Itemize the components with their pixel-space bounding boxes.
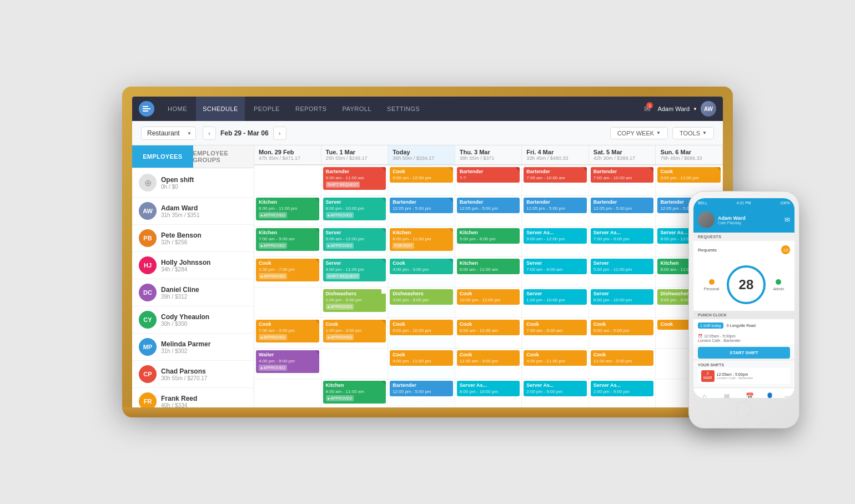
sched-cell[interactable]: Cook 7:00 am - 3:00 pm ● APPROVED — [254, 318, 321, 348]
shift-block[interactable]: Dishwashers 3:00 pm - 9:00 pm — [390, 289, 453, 305]
sched-cell[interactable]: Bartender 12:05 pm - 5:00 pm — [522, 196, 589, 226]
shift-block[interactable]: Server As... 8:00 pm - 10:00 pm — [457, 381, 520, 396]
shift-block[interactable]: Kitchen 5:00 pm - 8:00 pm — [457, 228, 520, 244]
sched-cell[interactable]: Cook 4:00 pm - 11:00 pm — [522, 349, 589, 379]
nav-home[interactable]: HOME — [161, 97, 194, 121]
sched-cell[interactable]: Bartender 12:05 pm - 5:00 pm — [388, 196, 455, 226]
list-item[interactable]: HJ Holly Johnsson34h / $284 — [132, 252, 254, 279]
sched-cell[interactable]: Server As... 8:00 pm - 10:00 pm — [455, 379, 522, 407]
shift-block[interactable]: Cook 1:00 pm - 3:00 pm ● APPROVED — [323, 320, 386, 342]
shift-block[interactable]: Kitchen 6:00 pm - 11:00 pm ● APPROVED — [256, 198, 319, 220]
sched-cell[interactable]: Server 8:00 pm - 10:00 pm ● APPROVED — [321, 196, 389, 226]
user-menu[interactable]: Adam Ward ▼ AW — [657, 101, 716, 117]
shift-block[interactable]: Cook 9:00 pm - 11:00 pm — [657, 167, 721, 183]
sched-cell[interactable]: Bartender 7:00 am - 10:00 am — [522, 165, 589, 195]
shift-block[interactable]: Kitchen 7:00 am - 9:00 am ● APPROVED — [256, 228, 319, 251]
shift-block[interactable]: Bartender 12:05 pm - 5:00 pm — [390, 381, 453, 396]
nav-people[interactable]: PEOPLE — [247, 97, 286, 121]
add-shift-button[interactable]: + — [323, 405, 386, 407]
shift-block[interactable]: Cook 4:00 pm - 3:00 pm — [390, 259, 453, 274]
sched-cell[interactable]: Cook 11:00 am - 3:00 pm — [589, 349, 656, 379]
sched-cell[interactable]: Cook 11:00 am - 3:00 pm — [455, 349, 522, 379]
nav-schedule[interactable]: SCHEDULE — [196, 97, 245, 121]
sched-cell[interactable] — [254, 379, 321, 407]
list-item[interactable]: DC Daniel Cline39h / $312 — [132, 279, 254, 306]
sched-cell[interactable]: Server As... 7:00 pm - 9:00 pm — [589, 226, 656, 256]
shift-block[interactable]: Waiter 4:00 pm - 9:00 pm ● APPROVED — [256, 350, 319, 373]
tab-scheduler[interactable]: 📅 Scheduler — [742, 392, 757, 398]
personal-btn[interactable]: Personal — [704, 279, 720, 291]
tab-overview[interactable]: ⌂ Overview — [697, 392, 711, 398]
shift-block[interactable]: Cook 9:00 am - 5:00 pm — [591, 320, 654, 335]
sched-cell[interactable]: Cook 4:00 pm - 11:00 pm — [388, 349, 455, 379]
tab-people[interactable]: 👤 People — [765, 392, 776, 398]
sched-cell[interactable]: Dishwashers 3:00 pm - 9:00 pm — [388, 288, 455, 317]
shift-block[interactable]: Cook 4:00 pm - 11:00 pm — [390, 350, 453, 366]
sched-cell[interactable]: Kitchen 8:00 pm - 11:00 pm FOR EDIT — [388, 226, 455, 256]
sched-cell[interactable]: Server As... 2:00 pm - 9:00 pm — [589, 379, 656, 407]
shift-block[interactable]: Server As... 2:00 pm - 9:00 pm — [524, 381, 587, 396]
sched-cell[interactable]: Bartender 12:05 pm - 5:00 pm — [589, 196, 656, 226]
shift-block[interactable]: Server As... 9:00 am - 12:00 pm — [524, 228, 587, 244]
sched-cell[interactable]: Bartender 9:00 am - 11:00 am SHIFT REQUE… — [321, 165, 389, 195]
sched-cell[interactable]: Cook 4:00 pm - 3:00 pm — [388, 257, 455, 287]
location-select-wrapper[interactable]: Restaurant — [141, 127, 196, 140]
tools-button[interactable]: TOOLS ▼ — [672, 127, 714, 139]
shift-block[interactable]: Cook 11:00 am - 3:00 pm — [457, 350, 520, 366]
sched-cell[interactable]: Kitchen 5:00 pm - 8:00 pm — [455, 226, 522, 256]
tab-employee-groups[interactable]: EMPLOYEE GROUPS — [193, 145, 254, 168]
copy-week-button[interactable]: COPY WEEK ▼ — [610, 127, 668, 139]
shift-block[interactable]: Bartender 12:05 pm - 5:00 pm — [591, 198, 654, 213]
nav-reports[interactable]: REPORTS — [289, 97, 333, 121]
nav-settings[interactable]: SETTINGS — [380, 97, 426, 121]
tab-more[interactable]: ··· More — [783, 392, 791, 398]
nav-payroll[interactable]: PAYROLL — [335, 97, 378, 121]
shift-block[interactable]: Cook 8:00 am - 11:00 am — [457, 320, 520, 335]
shift-block[interactable]: Cook 1:00 pm - 7:00 pm ● APPROVED — [256, 259, 319, 281]
shift-block[interactable]: Bartender 12:05 pm - 5:00 pm — [457, 198, 520, 213]
shift-block[interactable]: Server 7:00 am - 9:00 am — [524, 259, 587, 274]
admin-btn[interactable]: Admin — [773, 279, 784, 291]
sched-cell[interactable]: Bartender ?-? — [455, 165, 522, 195]
shift-list-item[interactable]: 2 MAR 12:05am - 5:00pm London Café - Bar… — [698, 368, 790, 384]
shift-block[interactable]: Cook 6:00 pm - 10:00 pm — [390, 320, 453, 335]
sched-cell[interactable] — [321, 349, 389, 379]
sched-cell[interactable]: Server 8:00 pm - 10:00 pm — [589, 288, 656, 317]
sched-cell[interactable]: Kitchen 8:00 am - 11:00 am ● APPROVED + — [321, 379, 389, 407]
shift-block[interactable]: Server 4:00 pm - 11:00 pm SHIFT REQUEST — [323, 259, 386, 281]
location-select[interactable]: Restaurant — [141, 127, 196, 140]
list-item[interactable]: FR Frank Reed40h / $334 — [132, 388, 254, 407]
sched-cell[interactable]: Kitchen 8:00 am - 11:00 am — [455, 257, 522, 287]
shift-block[interactable]: Bartender 12:05 pm - 5:00 pm — [524, 198, 587, 213]
sched-cell[interactable]: Dishwashers 1:00 pm - 5:00 pm ● APPROVED — [321, 288, 389, 317]
sched-cell[interactable]: Server As... 2:00 pm - 9:00 pm — [522, 379, 589, 407]
sched-cell[interactable]: Kitchen 7:00 am - 9:00 am ● APPROVED — [254, 226, 321, 256]
shift-block[interactable]: Cook 7:00 am - 9:00 am — [524, 320, 587, 335]
sched-cell[interactable] — [254, 288, 321, 317]
shift-block[interactable]: Server 9:00 am - 12:00 pm ● APPROVED — [323, 228, 386, 251]
phone-home-button[interactable] — [736, 401, 752, 418]
start-shift-button[interactable]: START SHIFT — [698, 347, 790, 359]
shift-block[interactable]: Cook 10:00 pm - 12:00 pm — [457, 289, 520, 305]
sched-cell[interactable]: Cook 1:00 pm - 7:00 pm ● APPROVED — [254, 257, 321, 287]
tab-messages[interactable]: ✉ Messages — [719, 392, 734, 398]
shift-block[interactable]: Bartender 12:05 pm - 5:00 pm — [390, 198, 453, 213]
prev-week-button[interactable]: ‹ — [203, 127, 216, 140]
sched-cell[interactable]: Server As... 9:00 am - 12:00 pm — [522, 226, 589, 256]
shift-block[interactable]: Server As... 7:00 pm - 9:00 pm — [591, 228, 654, 244]
shift-block[interactable]: Server As... 2:00 pm - 9:00 pm — [591, 381, 654, 396]
sched-cell[interactable]: Cook 9:00 am - 5:00 pm — [589, 318, 656, 348]
shift-block[interactable]: Cook 7:00 am - 3:00 pm ● APPROVED — [256, 320, 319, 342]
shift-block[interactable]: Kitchen 8:00 am - 11:00 am — [457, 259, 520, 274]
shift-block[interactable]: Bartender 7:00 am - 10:00 am — [524, 167, 587, 183]
shift-block[interactable]: Server 5:00 pm - 11:00 pm — [591, 259, 654, 274]
shift-block[interactable]: Cook 4:00 pm - 11:00 pm — [524, 350, 587, 366]
sched-cell[interactable]: Waiter 4:00 pm - 9:00 pm ● APPROVED — [254, 349, 321, 379]
sched-cell[interactable] — [254, 165, 321, 195]
sched-cell[interactable]: Bartender 12:05 pm - 5:00 pm — [388, 379, 455, 407]
sched-cell[interactable]: Server 9:00 am - 12:00 pm ● APPROVED — [321, 226, 389, 256]
shift-block[interactable]: Kitchen 8:00 pm - 11:00 pm FOR EDIT — [390, 228, 453, 251]
tab-employees[interactable]: EMPLOYEES — [132, 145, 193, 168]
shift-block[interactable]: Server 8:00 pm - 10:00 pm — [591, 289, 654, 305]
sched-cell[interactable]: Kitchen 6:00 pm - 11:00 pm ● APPROVED — [254, 196, 321, 226]
